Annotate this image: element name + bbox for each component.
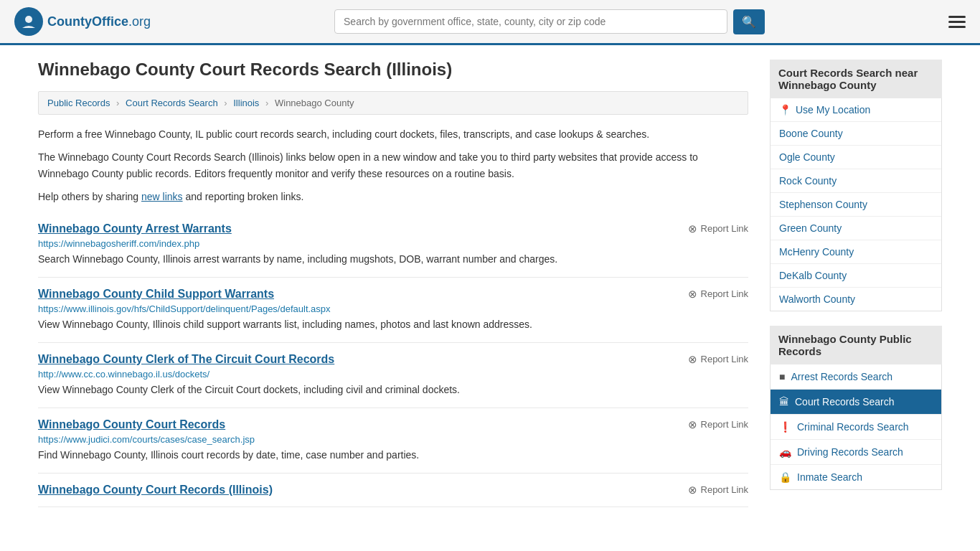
sidebar-item[interactable]: Stephenson County <box>771 193 941 217</box>
menu-icon-line <box>948 26 966 28</box>
sidebar-record-item-criminal[interactable]: ❗ Criminal Records Search <box>771 415 941 440</box>
report-link[interactable]: ⊗ Report Link <box>688 418 748 431</box>
sidebar-item[interactable]: Green County <box>771 217 941 240</box>
court-records-link[interactable]: 🏛 Court Records Search <box>771 390 941 414</box>
logo-area: CountyOffice.org <box>14 7 151 36</box>
result-title: Winnebago County Arrest Warrants <box>38 222 232 235</box>
sidebar-records-section: Winnebago County Public Records ■ Arrest… <box>770 326 942 490</box>
sidebar: Court Records Search near Winnebago Coun… <box>770 60 942 507</box>
search-icon: 🔍 <box>742 16 756 28</box>
svg-point-1 <box>25 16 32 23</box>
search-area: 🔍 <box>334 9 765 34</box>
menu-button[interactable] <box>948 16 966 28</box>
sidebar-records-links: ■ Arrest Records Search 🏛 Court Records … <box>770 364 942 490</box>
breadcrumb-court-records[interactable]: Court Records Search <box>126 98 218 108</box>
result-url: https://www.illinois.gov/hfs/ChildSuppor… <box>38 303 748 314</box>
ogle-county-link[interactable]: Ogle County <box>771 146 941 169</box>
description-2: The Winnebago County Court Records Searc… <box>38 149 748 182</box>
report-icon: ⊗ <box>688 288 697 301</box>
header: CountyOffice.org 🔍 <box>0 0 980 45</box>
criminal-records-link[interactable]: ❗ Criminal Records Search <box>771 415 941 439</box>
sidebar-record-item-arrest[interactable]: ■ Arrest Records Search <box>771 364 941 390</box>
report-link[interactable]: ⊗ Report Link <box>688 353 748 366</box>
court-icon: 🏛 <box>779 396 789 408</box>
search-input[interactable] <box>334 9 727 34</box>
dekalb-county-link[interactable]: DeKalb County <box>771 264 941 287</box>
result-url: https://winnebagosheriff.com/index.php <box>38 238 748 249</box>
page-container: Winnebago County Court Records Search (I… <box>24 45 956 522</box>
sidebar-record-item-driving[interactable]: 🚗 Driving Records Search <box>771 440 941 465</box>
menu-icon-line <box>948 16 966 18</box>
arrest-records-link[interactable]: ■ Arrest Records Search <box>771 364 941 389</box>
result-link[interactable]: Winnebago County Clerk of The Circuit Co… <box>38 353 334 365</box>
search-button[interactable]: 🔍 <box>733 9 765 34</box>
report-icon: ⊗ <box>688 222 697 235</box>
walworth-county-link[interactable]: Walworth County <box>771 288 941 311</box>
breadcrumb-public-records[interactable]: Public Records <box>47 98 110 108</box>
stephenson-county-link[interactable]: Stephenson County <box>771 193 941 216</box>
sidebar-item[interactable]: DeKalb County <box>771 264 941 288</box>
result-desc: Find Winnebago County, Illinois court re… <box>38 448 748 463</box>
result-link[interactable]: Winnebago County Child Support Warrants <box>38 288 274 300</box>
result-header: Winnebago County Clerk of The Circuit Co… <box>38 353 748 366</box>
rock-county-link[interactable]: Rock County <box>771 169 941 192</box>
driving-icon: 🚗 <box>779 446 791 458</box>
boone-county-link[interactable]: Boone County <box>771 122 941 145</box>
inmate-search-link[interactable]: 🔒 Inmate Search <box>771 465 941 489</box>
result-link[interactable]: Winnebago County Arrest Warrants <box>38 222 232 235</box>
breadcrumb-sep: › <box>265 98 268 108</box>
sidebar-item[interactable]: Walworth County <box>771 288 941 311</box>
criminal-icon: ❗ <box>779 421 791 433</box>
result-title: Winnebago County Court Records <box>38 418 225 431</box>
logo-icon <box>14 7 43 36</box>
results-list: Winnebago County Arrest Warrants ⊗ Repor… <box>38 212 748 507</box>
report-link[interactable]: ⊗ Report Link <box>688 484 748 496</box>
result-url: http://www.cc.co.winnebago.il.us/dockets… <box>38 369 748 380</box>
sidebar-nearby-section: Court Records Search near Winnebago Coun… <box>770 60 942 311</box>
arrest-icon: ■ <box>779 371 785 382</box>
mchenry-county-link[interactable]: McHenry County <box>771 240 941 263</box>
report-icon: ⊗ <box>688 353 697 366</box>
sidebar-item-use-location[interactable]: 📍 Use My Location <box>771 98 941 122</box>
result-desc: Search Winnebago County, Illinois arrest… <box>38 252 748 267</box>
result-link[interactable]: Winnebago County Court Records <box>38 418 225 430</box>
breadcrumb-illinois[interactable]: Illinois <box>233 98 259 108</box>
description-3: Help others by sharing new links and rep… <box>38 189 748 204</box>
sidebar-record-item-court[interactable]: 🏛 Court Records Search <box>771 390 941 415</box>
use-location-link[interactable]: 📍 Use My Location <box>771 98 941 121</box>
sidebar-nearby-links: 📍 Use My Location Boone County Ogle Coun… <box>770 98 942 311</box>
sidebar-item[interactable]: Rock County <box>771 169 941 193</box>
breadcrumb-sep: › <box>116 98 119 108</box>
location-pin-icon: 📍 <box>779 104 791 116</box>
driving-records-link[interactable]: 🚗 Driving Records Search <box>771 440 941 464</box>
result-item: Winnebago County Court Records (Illinois… <box>38 474 748 507</box>
menu-icon-line <box>948 21 966 23</box>
green-county-link[interactable]: Green County <box>771 217 941 240</box>
report-link[interactable]: ⊗ Report Link <box>688 288 748 301</box>
result-item: Winnebago County Child Support Warrants … <box>38 278 748 343</box>
result-header: Winnebago County Court Records ⊗ Report … <box>38 418 748 431</box>
result-item: Winnebago County Court Records ⊗ Report … <box>38 408 748 474</box>
breadcrumb-sep: › <box>224 98 227 108</box>
result-title: Winnebago County Clerk of The Circuit Co… <box>38 353 334 366</box>
result-header: Winnebago County Arrest Warrants ⊗ Repor… <box>38 222 748 235</box>
sidebar-nearby-heading: Court Records Search near Winnebago Coun… <box>770 60 942 98</box>
sidebar-item[interactable]: McHenry County <box>771 240 941 264</box>
sidebar-records-heading: Winnebago County Public Records <box>770 326 942 364</box>
page-title: Winnebago County Court Records Search (I… <box>38 60 748 80</box>
main-content: Winnebago County Court Records Search (I… <box>38 60 748 507</box>
logo-text: CountyOffice.org <box>47 14 151 29</box>
result-item: Winnebago County Arrest Warrants ⊗ Repor… <box>38 212 748 278</box>
description-1: Perform a free Winnebago County, IL publ… <box>38 126 748 142</box>
breadcrumb: Public Records › Court Records Search › … <box>38 91 748 115</box>
sidebar-item[interactable]: Boone County <box>771 122 941 146</box>
report-icon: ⊗ <box>688 418 697 431</box>
sidebar-record-item-inmate[interactable]: 🔒 Inmate Search <box>771 465 941 489</box>
result-title: Winnebago County Court Records (Illinois… <box>38 484 273 496</box>
result-link[interactable]: Winnebago County Court Records (Illinois… <box>38 484 273 496</box>
new-links-link[interactable]: new links <box>141 191 183 202</box>
result-desc: View Winnebago County Clerk of the Circu… <box>38 382 748 397</box>
report-link[interactable]: ⊗ Report Link <box>688 222 748 235</box>
result-desc: View Winnebago County, Illinois child su… <box>38 317 748 332</box>
sidebar-item[interactable]: Ogle County <box>771 146 941 169</box>
